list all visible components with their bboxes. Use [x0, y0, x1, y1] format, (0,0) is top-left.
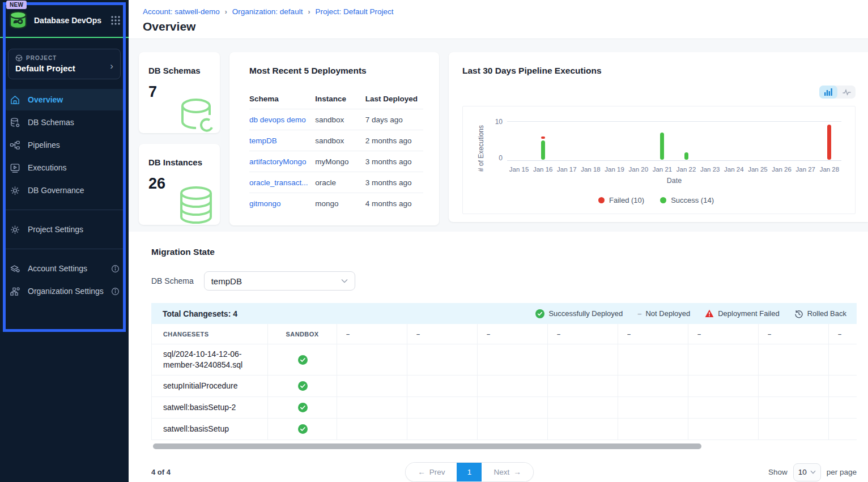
- schema-link[interactable]: gitmongo: [249, 199, 281, 208]
- changesets-body: sql/2024-10-14-12-06-member-34240854.sql…: [152, 344, 857, 440]
- info-icon[interactable]: [111, 265, 120, 273]
- success-bar: [541, 140, 545, 160]
- migration-state-section: Migration State DB Schema tempDB Total C…: [129, 232, 868, 482]
- chart-x-tick: Jan 23: [698, 166, 722, 173]
- page-1-button[interactable]: 1: [457, 463, 482, 481]
- empty-cell: [407, 397, 478, 419]
- empty-cell: [407, 419, 478, 440]
- schema-link[interactable]: tempDB: [249, 137, 277, 145]
- changesets-legend: Successfully Deployed – Not Deployed Dep…: [535, 309, 846, 318]
- col-schema: Schema: [249, 95, 315, 103]
- db-stack-icon: [173, 185, 219, 225]
- project-cube-icon: [15, 54, 23, 62]
- empty-cell: [337, 397, 407, 419]
- col-placeholder: –: [688, 324, 759, 344]
- chart-y-axis-label: # of Executions: [471, 118, 492, 185]
- page-size-select[interactable]: 10: [793, 463, 821, 481]
- empty-cell: [478, 397, 548, 419]
- arrow-left-icon: ←: [418, 468, 426, 476]
- col-placeholder: –: [829, 324, 857, 344]
- sidebar-item-organization-settings[interactable]: Organization Settings: [5, 280, 124, 302]
- check-circle-icon: [268, 419, 337, 440]
- app-logo-icon[interactable]: [7, 10, 29, 31]
- sidebar-item-label: Project Settings: [28, 225, 83, 234]
- col-placeholder: –: [548, 324, 618, 344]
- app-root: NEW Database DevOps: [0, 0, 868, 482]
- sidebar-item-pipelines[interactable]: Pipelines: [5, 134, 124, 156]
- line-chart-toggle-icon[interactable]: [837, 86, 856, 99]
- chart-column: [507, 122, 531, 160]
- schema-link[interactable]: artifactoryMongo: [249, 157, 307, 166]
- sidebar-header: Database DevOps: [0, 9, 129, 31]
- table-row: gitmongo mongo 4 months ago: [249, 193, 423, 214]
- failed-bar: [827, 125, 831, 160]
- recent-deployments-card: Most Recent 5 Deployments Schema Instanc…: [229, 52, 439, 225]
- breadcrumb-project-link[interactable]: Project: Default Project: [315, 7, 393, 16]
- changeset-name: setupInitialProcedure: [152, 376, 268, 397]
- empty-cell: [337, 376, 407, 397]
- chart-title: Last 30 Days Pipeline Executions: [462, 66, 856, 76]
- empty-cell: [759, 344, 829, 376]
- rollback-icon: [794, 309, 803, 318]
- chart-legend: Failed (10) Success (14): [471, 196, 841, 204]
- last-deployed-cell: 2 months ago: [365, 137, 423, 145]
- empty-cell: [829, 397, 857, 419]
- sidebar-item-account-settings[interactable]: Account Settings: [5, 258, 124, 279]
- empty-cell: [829, 419, 857, 440]
- empty-cell: [759, 397, 829, 419]
- row-count: 4 of 4: [151, 468, 171, 476]
- chevron-right-icon: ›: [110, 61, 113, 72]
- prev-button[interactable]: ← Prev: [406, 463, 457, 481]
- sidebar-item-label: Organization Settings: [28, 287, 104, 296]
- sidebar-item-label: DB Governance: [28, 186, 84, 195]
- chart-x-tick: Jan 27: [794, 166, 818, 173]
- sidebar-item-overview[interactable]: Overview: [5, 89, 124, 110]
- apps-grid-icon[interactable]: [110, 15, 121, 25]
- overview-cards-band: DB Schemas 7 DB Instances 26: [129, 39, 868, 232]
- breadcrumb-organization-link[interactable]: Organization: default: [232, 7, 303, 16]
- org-gear-icon: [9, 285, 20, 297]
- db-schema-label: DB Schema: [151, 276, 194, 285]
- breadcrumb-separator: ›: [308, 8, 310, 16]
- col-placeholder: –: [618, 324, 688, 344]
- empty-cell: [478, 344, 548, 376]
- db-schema-select[interactable]: tempDB: [204, 271, 355, 291]
- chevron-down-icon: [810, 470, 816, 474]
- chart-column: [770, 122, 794, 160]
- sidebar-item-executions[interactable]: Executions: [5, 157, 124, 178]
- next-button[interactable]: Next →: [482, 463, 533, 481]
- schema-link[interactable]: db devops demo: [249, 116, 306, 124]
- empty-cell: [337, 419, 407, 440]
- breadcrumb: Account: satwell-demo › Organization: de…: [143, 7, 868, 16]
- play-icon: [9, 162, 20, 173]
- db-instances-title: DB Instances: [148, 157, 220, 167]
- sidebar-item-label: Pipelines: [28, 140, 60, 150]
- db-schemas-card: DB Schemas 7: [139, 52, 220, 133]
- empty-cell: [618, 397, 688, 419]
- scrollbar-thumb[interactable]: [153, 443, 701, 449]
- chart-column: [698, 122, 722, 160]
- empty-cell: [688, 376, 759, 397]
- sidebar-item-db-schemas[interactable]: DB Schemas: [5, 112, 124, 133]
- sidebar-divider: [6, 210, 123, 210]
- col-placeholder: –: [337, 324, 407, 344]
- table-row: sql/2024-10-14-12-06-member-34240854.sql: [152, 344, 857, 376]
- instance-cell: sandbox: [315, 116, 365, 124]
- bar-chart-toggle-icon[interactable]: [819, 86, 837, 99]
- info-icon[interactable]: [111, 287, 120, 296]
- sidebar-item-db-governance[interactable]: DB Governance: [5, 180, 124, 201]
- sidebar-item-label: DB Schemas: [28, 118, 74, 127]
- instance-cell: oracle: [315, 178, 365, 187]
- check-circle-icon: [268, 397, 337, 419]
- breadcrumb-account-link[interactable]: Account: satwell-demo: [143, 7, 220, 16]
- db-cylinder-icon: [175, 96, 219, 133]
- chart-column: [555, 122, 578, 160]
- chart-column: [674, 122, 698, 160]
- sidebar-item-project-settings[interactable]: Project Settings: [5, 219, 124, 240]
- chart-y-ticks: 10 0: [492, 118, 507, 161]
- project-selector[interactable]: PROJECT Default Project ›: [8, 49, 121, 79]
- schema-link[interactable]: oracle_transact...: [249, 178, 308, 187]
- table-row: oracle_transact... oracle 3 months ago: [249, 172, 423, 193]
- changesets-table: CHANGESETSSANDBOX–––––––– sql/2024-10-14…: [151, 324, 857, 440]
- chart-column: [603, 122, 627, 160]
